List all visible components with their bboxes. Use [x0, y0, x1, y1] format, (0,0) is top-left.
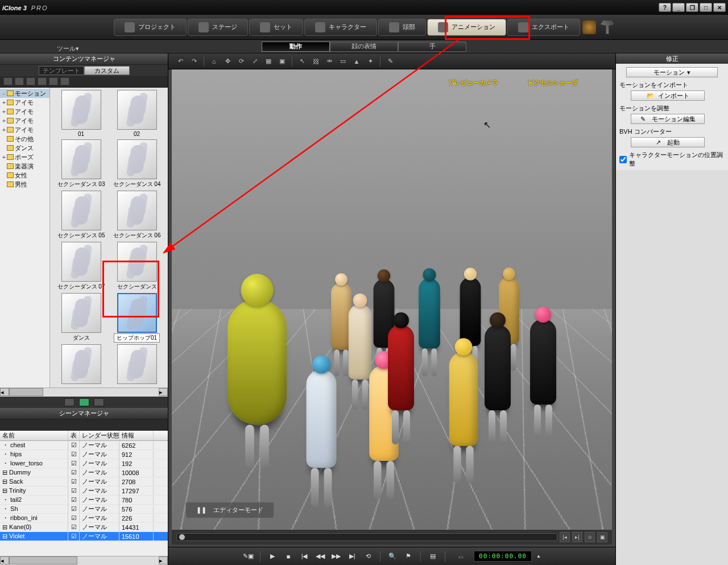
motion-category-dropdown[interactable]: モーション ▾: [626, 67, 718, 77]
timeline-track[interactable]: [176, 533, 557, 541]
sub-tab-2[interactable]: 手: [398, 42, 466, 52]
tree-item[interactable]: +アイモ: [0, 116, 49, 125]
scale-icon[interactable]: ⤢: [250, 56, 260, 67]
cm-tool-icon[interactable]: [38, 77, 47, 85]
row-visible-checkbox[interactable]: ☑: [68, 514, 80, 522]
row-visible-checkbox[interactable]: ☑: [68, 468, 80, 477]
tree-expander-icon[interactable]: +: [1, 154, 7, 160]
thumb-item[interactable]: セクシーダンス 06: [111, 191, 163, 240]
tree-item[interactable]: +アイモ: [0, 125, 49, 134]
dopesheet-icon[interactable]: ▤: [427, 551, 439, 562]
thumb-item[interactable]: 02: [111, 90, 163, 137]
tree-item[interactable]: -モーション: [0, 89, 49, 98]
camera-seq-icon[interactable]: ⌓: [451, 551, 470, 562]
treasure-icon[interactable]: [582, 20, 596, 34]
marker-icon[interactable]: ⚑: [402, 551, 415, 562]
tl-next-icon[interactable]: ▸|: [572, 532, 582, 542]
position-adjust-input[interactable]: [619, 156, 627, 163]
tl-cam-icon[interactable]: ▣: [597, 532, 607, 542]
row-visible-checkbox[interactable]: ☑: [68, 505, 80, 513]
tree-expander-icon[interactable]: [1, 172, 7, 179]
camera-icon[interactable]: ▦: [263, 56, 274, 67]
terrain-icon[interactable]: ▲: [351, 56, 362, 67]
unlink-icon[interactable]: ⚮: [324, 56, 334, 67]
thumb-item[interactable]: セクシーダンス 03: [56, 139, 107, 188]
row-visible-checkbox[interactable]: ☑: [68, 486, 80, 495]
main-tab-1[interactable]: ステージ: [188, 19, 248, 36]
main-tab-6[interactable]: エクスポート: [507, 19, 580, 36]
tree-item[interactable]: ダンス: [0, 143, 49, 152]
home-icon[interactable]: ⌂: [209, 56, 219, 67]
help-button[interactable]: ?: [659, 3, 671, 12]
paint-icon[interactable]: ✎: [385, 56, 395, 67]
col-render[interactable]: レンダー状態: [80, 431, 119, 440]
move-icon[interactable]: ✥: [222, 56, 233, 67]
maximize-button[interactable]: □: [700, 3, 712, 12]
row-visible-checkbox[interactable]: ☑: [68, 450, 80, 459]
timeline-playhead[interactable]: [179, 534, 185, 540]
link-icon[interactable]: ⛓: [311, 56, 321, 67]
rewind-icon[interactable]: ◀◀: [314, 551, 326, 562]
hammer-icon[interactable]: [601, 20, 614, 34]
go-start-icon[interactable]: |◀: [298, 551, 311, 562]
position-adjust-checkbox[interactable]: キャラクターモーションの位置調整: [619, 151, 725, 168]
particle-icon[interactable]: ✦: [365, 56, 375, 67]
thumb-item[interactable]: セクシーダンス 07: [56, 242, 107, 291]
scene-h-scrollbar[interactable]: ◂▸: [0, 556, 168, 565]
tree-item[interactable]: +ポーズ: [0, 152, 49, 162]
col-info[interactable]: 情報: [119, 431, 154, 440]
tl-prev-icon[interactable]: |◂: [560, 532, 570, 542]
row-visible-checkbox[interactable]: ☑: [68, 532, 80, 541]
tree-item[interactable]: 女性: [0, 171, 49, 180]
thumb-item[interactable]: [111, 344, 163, 385]
row-visible-checkbox[interactable]: ☑: [68, 523, 80, 531]
thumb-item[interactable]: セクシーダンス 05: [56, 191, 107, 240]
tree-expander-icon[interactable]: -: [1, 90, 7, 97]
scene-row[interactable]: ⊟ Trinity☑ノーマル17297: [0, 486, 168, 496]
tree-item[interactable]: その他: [0, 134, 49, 143]
tree-item[interactable]: 男性: [0, 180, 49, 189]
go-end-icon[interactable]: ▶|: [346, 551, 358, 562]
cm-tool-icon[interactable]: [15, 77, 24, 85]
scene-row[interactable]: ・ lower_torso☑ノーマル192: [0, 459, 168, 468]
sub-tab-1[interactable]: 顔の表情: [330, 42, 398, 52]
loop-icon[interactable]: ⟲: [362, 551, 374, 562]
pixel-shader-label[interactable]: ピクセルシェーダ: [528, 79, 578, 87]
thumb-item[interactable]: ダンス: [56, 293, 107, 342]
cm-tab-1[interactable]: カスタム: [84, 66, 130, 75]
tree-expander-icon[interactable]: [1, 145, 7, 151]
viewport-3d[interactable]: ▸ プレビューカメラ ▸ ピクセルシェーダ: [172, 69, 612, 530]
sub-tab-0[interactable]: 動作: [262, 42, 330, 52]
cm-tool-icon[interactable]: [26, 77, 35, 85]
row-visible-checkbox[interactable]: ☑: [68, 441, 80, 449]
pick-icon[interactable]: ↖: [297, 56, 307, 67]
thumb-item[interactable]: セクシーダンス 04: [111, 139, 163, 188]
restore-button[interactable]: ❐: [686, 3, 698, 12]
thumb-item[interactable]: 01: [56, 90, 107, 137]
cm-tool-icon[interactable]: [3, 77, 13, 85]
scene-row[interactable]: ・ ribbon_ini☑ノーマル226: [0, 514, 168, 523]
scene-row[interactable]: ・ chest☑ノーマル6262: [0, 441, 168, 450]
main-tab-2[interactable]: セット: [249, 19, 303, 36]
bvh-launch-button[interactable]: ↗起動: [631, 137, 705, 147]
thumb-item[interactable]: セクシーダンス: [111, 242, 163, 291]
tree-expander-icon[interactable]: +: [1, 126, 7, 133]
cm-tool-icon[interactable]: [49, 77, 58, 85]
row-visible-checkbox[interactable]: ☑: [68, 477, 80, 486]
tl-actor-icon[interactable]: ☺: [585, 532, 595, 542]
col-name[interactable]: 名前: [0, 431, 68, 440]
tool-menu[interactable]: ツール▾: [57, 44, 79, 53]
motion-edit-button[interactable]: ✎モーション編集: [631, 114, 705, 124]
main-tab-5[interactable]: アニメーション: [427, 19, 506, 36]
timeline[interactable]: |◂ ▸| ☺ ▣: [172, 530, 612, 545]
timecode-up-icon[interactable]: ▲: [535, 551, 542, 562]
frame-icon[interactable]: ▣: [277, 56, 287, 67]
main-tab-4[interactable]: 頭部: [378, 19, 426, 36]
delete-icon[interactable]: [64, 398, 75, 406]
tree-item[interactable]: +アイモ: [0, 107, 49, 116]
zoom-time-icon[interactable]: 🔍: [386, 551, 399, 562]
tree-h-scrollbar[interactable]: ◂▸: [0, 387, 168, 397]
rotate-icon[interactable]: ⟳: [236, 56, 246, 67]
cm-tab-0[interactable]: テンプレート: [39, 66, 84, 75]
tree-expander-icon[interactable]: +: [1, 108, 7, 115]
